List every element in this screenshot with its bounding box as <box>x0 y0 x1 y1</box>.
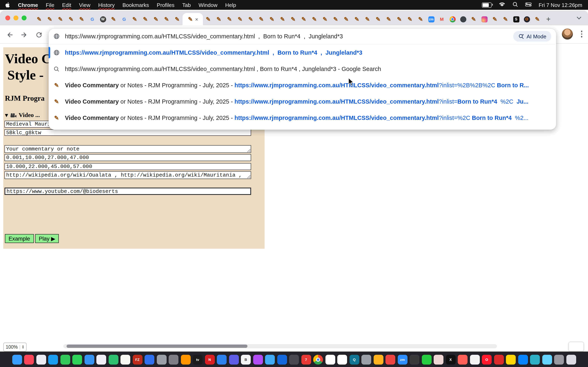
dock-app-icon-1[interactable] <box>12 355 22 365</box>
dock-app-icon-40[interactable]: O <box>482 355 492 365</box>
dock-app-icon-2[interactable] <box>24 355 34 365</box>
browser-tab[interactable]: ✎ <box>203 13 214 25</box>
browser-tab[interactable]: ✎ <box>309 13 320 25</box>
zoom-stepper[interactable]: ▲ ▼ <box>20 345 24 349</box>
dock-app-icon-20[interactable]: B <box>241 355 251 365</box>
dock-app-icon-15[interactable] <box>181 355 190 365</box>
dock-app-icon-38[interactable] <box>458 355 467 365</box>
browser-tab[interactable]: ✎ <box>277 13 288 25</box>
video-details-summary[interactable]: ▼ Video ... <box>5 112 40 119</box>
browser-tab[interactable]: ✎ <box>140 13 151 25</box>
browser-tab[interactable]: S <box>511 13 521 25</box>
active-tab[interactable]: ✎× <box>182 13 203 25</box>
profile-avatar[interactable] <box>562 29 573 40</box>
minimize-window-button[interactable] <box>13 16 18 20</box>
address-bar-text[interactable]: https://www.rjmprogramming.com.au/HTMLCS… <box>65 33 508 40</box>
browser-tab[interactable]: O <box>521 13 532 25</box>
browser-tab[interactable]: M <box>437 13 447 25</box>
browser-tab[interactable] <box>447 13 458 25</box>
browser-tab[interactable]: ✎ <box>76 13 87 25</box>
browser-tab[interactable]: ✎ <box>362 13 373 25</box>
browser-tab[interactable]: ✎ <box>235 13 245 25</box>
browser-tab[interactable]: ✎ <box>394 13 405 25</box>
dock-app-icon-10[interactable] <box>121 355 130 365</box>
forward-button[interactable] <box>19 30 29 40</box>
dock-app-icon-26[interactable] <box>313 355 323 365</box>
tab-search-chevron-icon[interactable] <box>577 16 588 20</box>
dock-app-icon-3[interactable] <box>36 355 46 365</box>
dock-app-icon-42[interactable] <box>506 355 516 365</box>
close-window-button[interactable] <box>5 16 10 20</box>
dock-app-icon-11[interactable]: FZ <box>132 355 142 365</box>
omnibox-suggestion[interactable]: https://www.rjmprogramming.com.au/HTMLCS… <box>49 61 556 77</box>
browser-tab[interactable]: ✎ <box>532 13 543 25</box>
dock-app-icon-34[interactable] <box>410 355 419 365</box>
dock-app-icon-24[interactable] <box>289 355 299 365</box>
browser-tab[interactable]: W <box>98 13 108 25</box>
ai-mode-button[interactable]: AI Mode <box>513 31 551 42</box>
browser-tab[interactable]: ✎ <box>415 13 426 25</box>
menu-chrome[interactable]: Chrome <box>18 2 38 8</box>
browser-tab[interactable]: ✎ <box>373 13 383 25</box>
browser-tab[interactable]: ✎ <box>130 13 140 25</box>
browser-tab[interactable]: ✎ <box>320 13 330 25</box>
browser-tab[interactable]: ✎ <box>214 13 224 25</box>
menu-help[interactable]: Help <box>225 2 236 8</box>
menu-window[interactable]: Window <box>199 2 218 8</box>
browser-tab[interactable]: ✎ <box>468 13 479 25</box>
dock-app-icon-39[interactable] <box>470 355 480 365</box>
control-center-icon[interactable] <box>525 2 532 8</box>
browser-tab[interactable]: ✎ <box>500 13 511 25</box>
new-tab-button[interactable]: + <box>543 13 554 25</box>
back-button[interactable] <box>5 30 15 40</box>
dock-app-icon-21[interactable] <box>253 355 263 365</box>
chrome-menu-icon[interactable] <box>579 29 584 39</box>
browser-tab[interactable]: G <box>87 13 98 25</box>
dock-app-icon-35[interactable] <box>422 355 432 365</box>
wifi-icon[interactable] <box>499 2 506 8</box>
browser-tab[interactable]: ✎ <box>34 13 44 25</box>
menu-tab[interactable]: Tab <box>182 2 191 8</box>
omnibox-suggestion[interactable]: https://www.rjmprogramming.com.au/HTMLCS… <box>49 44 556 61</box>
browser-tab[interactable]: ✎ <box>161 13 172 25</box>
example-button[interactable]: Example <box>5 234 34 243</box>
tab-close-icon[interactable]: × <box>195 17 198 22</box>
dock-app-icon-13[interactable] <box>156 355 166 365</box>
menu-bar-clock[interactable]: Fri 7 Nov 12:26pm <box>539 2 582 8</box>
dock-app-icon-23[interactable] <box>277 355 287 365</box>
menu-edit[interactable]: Edit <box>62 2 71 8</box>
menu-view[interactable]: View <box>79 2 90 8</box>
zoom-window-button[interactable] <box>22 16 26 20</box>
browser-tab[interactable] <box>479 13 490 25</box>
browser-tab[interactable]: ✎ <box>108 13 119 25</box>
dock-app-icon-30[interactable] <box>361 355 371 365</box>
dock-app-icon-7[interactable] <box>84 355 94 365</box>
browser-tab[interactable]: ✎ <box>55 13 66 25</box>
browser-tab[interactable]: ✎ <box>330 13 341 25</box>
omnibox-suggestion[interactable]: ✎Video Commentary or Notes - RJM Program… <box>49 93 556 110</box>
dock-app-icon-44[interactable] <box>530 355 540 365</box>
dock-app-icon-12[interactable] <box>145 355 154 365</box>
menu-file[interactable]: File <box>46 2 54 8</box>
play-button[interactable]: Play ▶ <box>35 234 59 243</box>
dock-app-icon-25[interactable]: 7 <box>301 355 311 365</box>
browser-tab[interactable]: ✎ <box>267 13 277 25</box>
omnibox-suggestion[interactable]: ✎Video Commentary or Notes - RJM Program… <box>49 77 556 93</box>
wiki-links-textarea[interactable]: http://wikipedia.org/wiki/Oualata , http… <box>4 171 251 179</box>
dock-app-icon-8[interactable] <box>96 355 106 365</box>
browser-tab[interactable]: ✎ <box>224 13 235 25</box>
dock-app-icon-22[interactable] <box>265 355 275 365</box>
dock-app-icon-43[interactable] <box>518 355 528 365</box>
dock-app-icon-32[interactable] <box>385 355 395 365</box>
browser-tab[interactable]: zm <box>426 13 437 25</box>
reload-button[interactable] <box>34 30 44 40</box>
dock-app-icon-29[interactable]: Q <box>349 355 359 365</box>
video-id-input[interactable] <box>4 129 251 136</box>
dock-app-icon-19[interactable] <box>229 355 239 365</box>
dock-app-icon-28[interactable] <box>337 355 347 365</box>
browser-tab[interactable]: ✎ <box>245 13 256 25</box>
browser-tab[interactable]: ✎ <box>288 13 298 25</box>
dock-app-icon-14[interactable] <box>169 355 178 365</box>
browser-tab[interactable]: G <box>119 13 130 25</box>
disclosure-triangle-icon[interactable]: ▼ <box>5 113 8 117</box>
